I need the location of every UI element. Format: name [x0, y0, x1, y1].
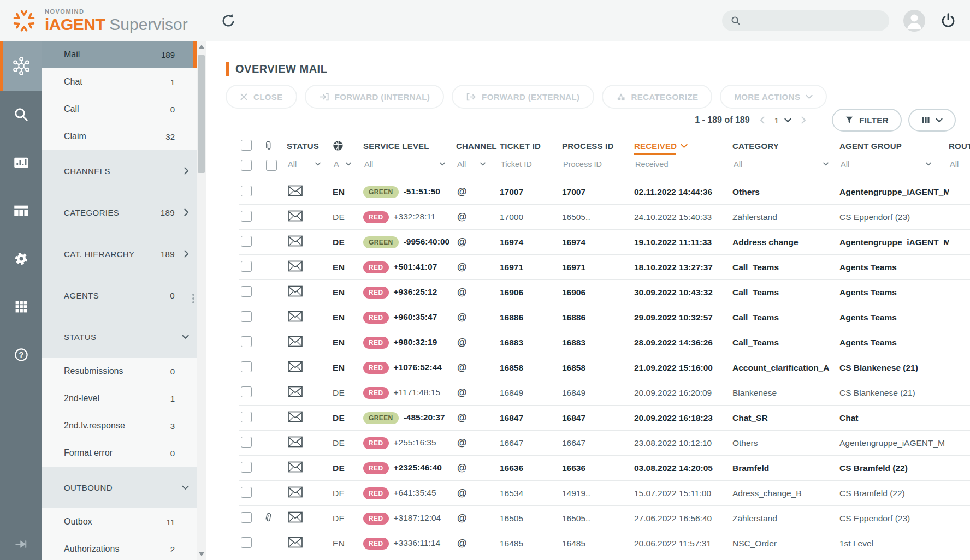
row-checkbox[interactable] — [241, 462, 252, 473]
row-checkbox[interactable] — [241, 512, 252, 523]
cell-ticket-id: 16847 — [500, 413, 562, 423]
rail-item-apps[interactable] — [0, 283, 42, 331]
column-routing[interactable]: ROUTI — [949, 141, 970, 151]
mail-table-row[interactable]: ENRED+980:32:19@168831688328.09.2022 14:… — [239, 330, 970, 355]
process-id-filter-input[interactable] — [562, 160, 621, 172]
row-checkbox[interactable] — [241, 386, 252, 397]
row-checkbox[interactable] — [241, 311, 252, 322]
mail-table-row[interactable]: DERED+1171:48:15@168491684920.09.2022 16… — [239, 380, 970, 406]
mail-table-row[interactable]: ENGREEN-51:51:50@170071700702.11.2022 14… — [239, 180, 970, 205]
column-received-sorted[interactable]: RECEIVED — [634, 141, 688, 151]
cell-language: DE — [333, 413, 363, 423]
rail-item-search[interactable] — [0, 91, 42, 139]
column-ticket-id[interactable]: TICKET ID — [500, 141, 562, 151]
row-checkbox[interactable] — [241, 236, 252, 247]
sidebar-item-2nd-lv-response[interactable]: 2nd.lv.response3 — [42, 412, 197, 439]
sidebar-item-authorizations[interactable]: Authorizations2 — [42, 535, 197, 560]
mail-table-row[interactable]: DEGREEN-9956:40:00@169741697419.10.2022 … — [239, 230, 970, 255]
column-category[interactable]: CATEGORY — [732, 141, 839, 151]
mail-table-row[interactable]: ENRED+3336:11:14@164851648520.06.2022 11… — [239, 531, 970, 556]
select-all-checkbox[interactable] — [241, 140, 252, 151]
language-filter-select[interactable]: A — [333, 160, 352, 172]
sidebar-item-channels[interactable]: CHANNELS — [42, 150, 197, 192]
user-avatar[interactable] — [903, 10, 925, 32]
mail-table-row[interactable]: DERED+641:35:45@1653414919..15.07.2022 1… — [239, 481, 970, 506]
agent-group-filter-select[interactable]: All — [839, 160, 932, 172]
logout-button[interactable] — [939, 11, 958, 30]
rail-item-statistics[interactable] — [0, 139, 42, 187]
ticket-id-filter-input[interactable] — [500, 160, 554, 172]
mail-table-row[interactable]: DERED+3187:12:04@1650516505..27.06.2022 … — [239, 506, 970, 531]
mail-table-row[interactable]: DERED+2325:46:40@166361663603.08.2022 14… — [239, 456, 970, 481]
cell-attachment — [264, 512, 287, 525]
row-checkbox[interactable] — [241, 261, 252, 272]
sidebar-item-categories[interactable]: CATEGORIES189 — [42, 192, 197, 233]
mail-table-row[interactable]: ENRED+960:35:47@168861688629.09.2022 10:… — [239, 305, 970, 330]
nav-scrollbar[interactable] — [197, 41, 206, 560]
mail-table-row[interactable]: ENRED+501:41:07@169711697118.10.2022 13:… — [239, 255, 970, 280]
scroll-up-arrow[interactable] — [199, 45, 204, 49]
rail-item-workflow[interactable] — [0, 41, 42, 91]
status-filter-select[interactable]: All — [287, 160, 322, 172]
row-checkbox[interactable] — [241, 286, 252, 297]
columns-button[interactable] — [908, 109, 956, 132]
mail-table-row[interactable]: DERED+332:28:11@1700016505..24.10.2022 1… — [239, 205, 970, 230]
sidebar-item-call[interactable]: Call0 — [42, 96, 197, 123]
sidebar-item-cat-hierarchy[interactable]: CAT. HIERARCHY189 — [42, 233, 197, 275]
column-process-id[interactable]: PROCESS ID — [562, 141, 634, 151]
mail-table-row[interactable]: ENRED+936:25:12@169061690630.09.2022 10:… — [239, 280, 970, 305]
forward-internal-button[interactable]: FORWARD (INTERNAL) — [305, 85, 444, 109]
mail-table-row[interactable]: DERED+255:16:35@166471664723.08.2022 10:… — [239, 431, 970, 456]
global-search-input[interactable] — [746, 16, 880, 25]
column-service-level[interactable]: SERVICE LEVEL — [363, 141, 456, 151]
more-actions-button[interactable]: MORE ACTIONS — [720, 85, 827, 109]
filter-button[interactable]: FILTER — [832, 109, 902, 132]
refresh-button[interactable] — [220, 11, 238, 30]
sidebar-item-format-error[interactable]: Format error0 — [42, 439, 197, 467]
row-checkbox[interactable] — [241, 361, 252, 372]
sidebar-item-2nd-level[interactable]: 2nd-level1 — [42, 385, 197, 412]
row-checkbox[interactable] — [241, 336, 252, 347]
filter-select-checkbox[interactable] — [241, 160, 252, 171]
row-checkbox[interactable] — [241, 537, 252, 548]
sidebar-item-agents[interactable]: AGENTS0 — [42, 275, 197, 316]
mail-table-row[interactable]: DEGREEN-485:20:37@168471684720.09.2022 1… — [239, 406, 970, 431]
recategorize-button[interactable]: RECATEGORIZE — [602, 85, 713, 109]
routing-filter-select[interactable]: All — [949, 160, 970, 172]
mail-table-row[interactable]: ENRED+1076:52:44@168581685821.09.2022 15… — [239, 355, 970, 380]
rail-item-board[interactable] — [0, 187, 42, 235]
sidebar-item-resubmissions[interactable]: Resubmissions0 — [42, 358, 197, 385]
pin-icon[interactable] — [0, 536, 42, 552]
row-checkbox[interactable] — [241, 412, 252, 422]
received-filter-input[interactable] — [634, 160, 705, 172]
global-search[interactable] — [722, 10, 889, 31]
sidebar-item-chat[interactable]: Chat1 — [42, 68, 197, 96]
close-button[interactable]: CLOSE — [226, 85, 297, 109]
column-agent-group[interactable]: AGENT GROUP — [839, 141, 949, 151]
page-select[interactable]: 1 — [774, 116, 791, 125]
sidebar-item-outbound[interactable]: OUTBOUND — [42, 467, 197, 508]
rail-item-settings[interactable] — [0, 235, 42, 283]
category-filter-select[interactable]: All — [732, 160, 830, 172]
sidebar-item-claim[interactable]: Claim32 — [42, 123, 197, 150]
filter-attachment-checkbox[interactable] — [266, 160, 277, 171]
sidebar-item-mail[interactable]: Mail189 — [42, 41, 197, 68]
service-level-filter-select[interactable]: All — [363, 160, 446, 172]
sidebar-item-status[interactable]: STATUS — [42, 316, 197, 358]
envelope-icon — [288, 486, 303, 498]
forward-external-button[interactable]: FORWARD (EXTERNAL) — [452, 85, 594, 109]
row-checkbox[interactable] — [241, 211, 252, 222]
previous-page-button[interactable] — [760, 116, 765, 124]
scrollbar-thumb[interactable] — [198, 55, 205, 173]
row-checkbox[interactable] — [241, 487, 252, 498]
scroll-down-arrow[interactable] — [199, 552, 204, 556]
channel-filter-select[interactable]: All — [456, 160, 487, 172]
panel-drag-handle[interactable] — [192, 292, 196, 305]
row-checkbox[interactable] — [241, 186, 252, 196]
row-checkbox[interactable] — [241, 437, 252, 448]
column-status[interactable]: STATUS — [287, 141, 333, 151]
rail-item-help[interactable]: ? — [0, 331, 42, 379]
column-channel[interactable]: CHANNEL — [456, 141, 500, 151]
next-page-button[interactable] — [801, 116, 806, 124]
sidebar-item-outbox[interactable]: Outbox11 — [42, 508, 197, 535]
